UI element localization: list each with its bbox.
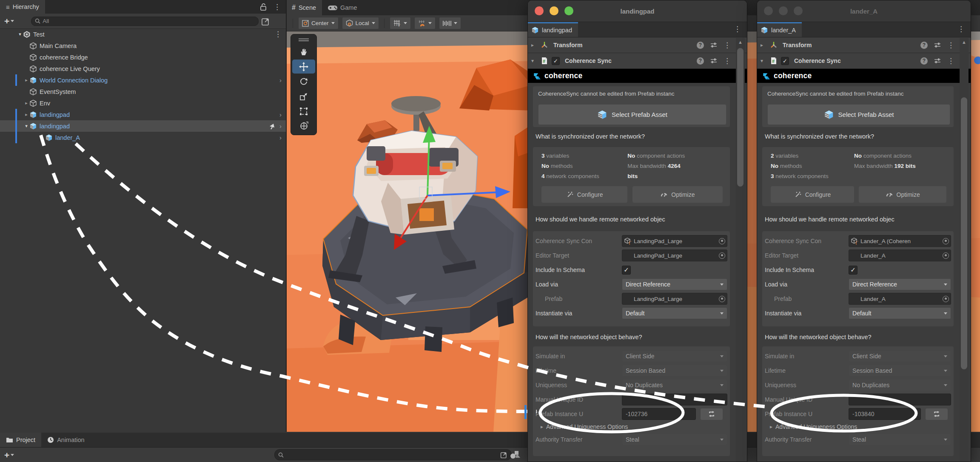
- manual-unique-id-input[interactable]: [622, 394, 727, 405]
- hierarchy-search-input[interactable]: All: [31, 17, 259, 26]
- hierarchy-item-coherence-bridge[interactable]: coherence Bridge: [0, 51, 286, 63]
- scrollbar-thumb[interactable]: [737, 48, 744, 187]
- behavior-dropdown[interactable]: No Duplicates: [849, 379, 951, 391]
- minimize-button[interactable]: [550, 6, 558, 15]
- select-prefab-asset-button[interactable]: Select Prefab Asset: [767, 104, 950, 125]
- foldout-arrow-icon[interactable]: ▸: [761, 42, 766, 48]
- close-button[interactable]: [764, 6, 773, 15]
- help-icon[interactable]: ?: [697, 57, 704, 65]
- asset-visibility-icon[interactable]: [510, 450, 521, 459]
- inspector-tab[interactable]: landingpad: [528, 22, 578, 37]
- configure-button[interactable]: Configure: [541, 186, 627, 203]
- field-checkbox[interactable]: ✓: [849, 266, 858, 275]
- object-picker-icon[interactable]: [719, 238, 725, 244]
- open-new-window-icon[interactable]: [261, 17, 271, 26]
- open-new-window-icon[interactable]: [500, 451, 508, 459]
- foldout-arrow-icon[interactable]: ▾: [17, 31, 23, 37]
- tab-game[interactable]: Game: [322, 0, 363, 15]
- component-menu-icon[interactable]: ⋮: [724, 57, 731, 65]
- zoom-button[interactable]: [564, 6, 573, 15]
- project-search-input[interactable]: [274, 449, 512, 460]
- object-picker-icon[interactable]: [943, 238, 949, 244]
- scroll-up-arrow-icon[interactable]: ▲: [736, 40, 745, 45]
- object-picker-icon[interactable]: [719, 252, 725, 259]
- grid-snapping-button[interactable]: Y: [390, 17, 411, 29]
- prefab-instance-id-input[interactable]: -102736: [622, 408, 696, 420]
- tab-scene[interactable]: # Scene: [286, 0, 322, 15]
- select-prefab-asset-button[interactable]: Select Prefab Asset: [538, 104, 726, 125]
- inspector-menu-icon[interactable]: ⋮: [957, 26, 965, 33]
- component-menu-icon[interactable]: ⋮: [724, 42, 731, 49]
- optimize-button[interactable]: Optimize: [859, 186, 946, 203]
- component-enabled-checkbox[interactable]: ✓: [781, 57, 789, 65]
- regenerate-id-button[interactable]: [700, 408, 723, 420]
- advanced-uniqueness-foldout[interactable]: ▸Advanced Uniqueness Options: [762, 421, 954, 432]
- behavior-dropdown[interactable]: Steal: [849, 434, 951, 445]
- object-field[interactable]: {}Lander_A (Coheren: [849, 235, 951, 247]
- hierarchy-item-world-connection-dialog[interactable]: ▸World Connection Dialog›: [0, 74, 286, 86]
- open-prefab-arrow-icon[interactable]: ›: [279, 122, 282, 130]
- object-field[interactable]: {}LandingPad_Large: [622, 235, 727, 247]
- window-titlebar[interactable]: landingpad: [528, 0, 747, 22]
- hierarchy-item-main-camera[interactable]: Main Camera: [0, 40, 286, 51]
- hand-tool-button[interactable]: [292, 45, 315, 59]
- hierarchy-item-coherence-live-query[interactable]: coherence Live Query: [0, 63, 286, 74]
- component-header-transform[interactable]: ▸Transform?⋮: [528, 37, 747, 53]
- hierarchy-item-landingpad[interactable]: ▾landingpad›: [0, 120, 286, 132]
- help-icon[interactable]: ?: [920, 42, 928, 49]
- handle-space-dropdown[interactable]: Local: [342, 17, 379, 29]
- tab-project[interactable]: Project: [0, 433, 41, 447]
- open-prefab-arrow-icon[interactable]: ›: [279, 77, 282, 84]
- inspector-scrollbar[interactable]: ▲: [736, 38, 745, 462]
- behavior-dropdown[interactable]: Client Side: [849, 350, 951, 362]
- optimize-button[interactable]: Optimize: [632, 186, 723, 203]
- object-field[interactable]: Lander_A: [849, 249, 951, 261]
- foldout-arrow-icon[interactable]: ▸: [23, 112, 29, 117]
- snap-increment-button[interactable]: [439, 17, 461, 29]
- object-field[interactable]: Lander_A: [849, 293, 951, 305]
- foldout-arrow-icon[interactable]: ▸: [23, 100, 29, 106]
- behavior-dropdown[interactable]: Session Based: [849, 365, 951, 377]
- field-checkbox[interactable]: ✓: [622, 266, 631, 275]
- transform-tool-button[interactable]: [292, 119, 315, 133]
- foldout-arrow-icon[interactable]: ▾: [761, 58, 766, 64]
- behavior-dropdown[interactable]: Session Based: [622, 365, 727, 377]
- item-menu-icon[interactable]: ⋮: [274, 31, 282, 38]
- move-tool-button[interactable]: [292, 60, 315, 74]
- open-prefab-arrow-icon[interactable]: ›: [279, 134, 282, 141]
- field-dropdown[interactable]: Default: [622, 307, 727, 319]
- scrollbar-thumb[interactable]: [961, 97, 967, 369]
- component-enabled-checkbox[interactable]: ✓: [552, 57, 560, 65]
- scroll-up-arrow-icon[interactable]: ▲: [960, 40, 969, 45]
- object-picker-icon[interactable]: [943, 296, 949, 302]
- tab-hierarchy[interactable]: ≡ Hierarchy: [0, 0, 45, 14]
- field-dropdown[interactable]: Direct Reference: [622, 278, 727, 290]
- rotate-tool-button[interactable]: [292, 74, 315, 88]
- snap-toggle-button[interactable]: [414, 17, 436, 29]
- foldout-arrow-icon[interactable]: ▸: [531, 42, 537, 48]
- component-menu-icon[interactable]: ⋮: [947, 42, 954, 49]
- hierarchy-item-eventsystem[interactable]: EventSystem: [0, 86, 286, 97]
- component-header-coherence-sync[interactable]: ▾#✓Coherence Sync?⋮: [757, 53, 971, 69]
- scale-tool-button[interactable]: [292, 89, 315, 103]
- zoom-button[interactable]: [794, 6, 803, 15]
- hierarchy-menu-icon[interactable]: ⋮: [273, 3, 281, 11]
- hierarchy-item-env[interactable]: ▸Env: [0, 97, 286, 109]
- foldout-arrow-icon[interactable]: ▸: [23, 77, 29, 83]
- object-field[interactable]: LandingPad_Large: [622, 293, 727, 305]
- field-dropdown[interactable]: Direct Reference: [849, 278, 951, 290]
- close-button[interactable]: [535, 6, 544, 15]
- behavior-dropdown[interactable]: Client Side: [622, 350, 727, 362]
- field-dropdown[interactable]: Default: [849, 307, 951, 319]
- create-add-button[interactable]: +: [4, 17, 14, 26]
- minimize-button[interactable]: [779, 6, 788, 15]
- help-icon[interactable]: ?: [920, 57, 928, 65]
- foldout-arrow-icon[interactable]: ▾: [531, 58, 537, 64]
- object-field[interactable]: LandingPad_Large: [622, 249, 727, 261]
- rect-tool-button[interactable]: [292, 104, 315, 118]
- behavior-dropdown[interactable]: No Duplicates: [622, 379, 727, 391]
- object-picker-icon[interactable]: [943, 252, 949, 259]
- project-add-button[interactable]: +: [4, 451, 14, 459]
- hierarchy-item-lander-a[interactable]: lander_A›: [0, 132, 286, 143]
- inspector-tab[interactable]: lander_A: [757, 22, 802, 37]
